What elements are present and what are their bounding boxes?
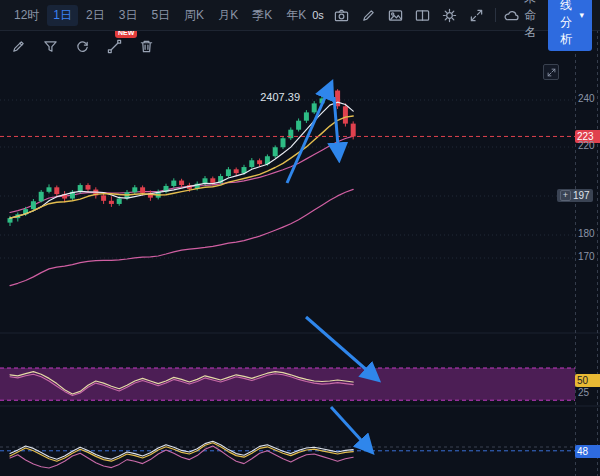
candle	[62, 191, 67, 202]
pencil-icon[interactable]	[360, 6, 378, 24]
candle	[93, 187, 98, 198]
expand-icon[interactable]	[468, 6, 486, 24]
indicator-line	[10, 102, 353, 218]
candle	[304, 110, 309, 123]
candle	[312, 101, 317, 114]
quick-trade-price-tag[interactable]: +197	[557, 189, 593, 202]
timeframe-3日[interactable]: 3日	[113, 5, 144, 26]
cloud-icon	[504, 6, 519, 24]
candle-countdown: 0s	[312, 9, 324, 21]
candle	[226, 167, 231, 178]
axis-label: 25	[578, 387, 600, 398]
camera-icon[interactable]	[333, 6, 351, 24]
price-badge: 50	[575, 374, 600, 387]
plus-icon[interactable]: +	[560, 190, 571, 201]
pen-tool[interactable]	[8, 36, 28, 56]
kline-analysis-button[interactable]: K线分析 ▾	[548, 0, 592, 51]
candle	[296, 118, 301, 131]
trend-tool[interactable]: NEW	[104, 36, 124, 56]
axis-label: 180	[578, 228, 600, 239]
timeframe-周K[interactable]: 周K	[178, 5, 210, 26]
image-icon[interactable]	[387, 6, 405, 24]
timeframe-5日[interactable]: 5日	[145, 5, 176, 26]
toolbar-right: 0s 未命名 K线分析 ▾	[312, 0, 592, 51]
candle	[343, 103, 348, 126]
toolbar-icons	[333, 6, 486, 24]
indicator-line	[10, 116, 353, 218]
candle	[281, 136, 286, 149]
candle	[171, 178, 176, 187]
price-axis[interactable]: 240223220+197180170502548	[575, 0, 600, 476]
candle	[86, 183, 91, 192]
timeframe-月K[interactable]: 月K	[212, 5, 244, 26]
peak-price-label: 2407.39	[260, 91, 300, 103]
candle	[39, 190, 44, 202]
timeframe-2日[interactable]: 2日	[80, 5, 111, 26]
timeframe-list: 12时1日2日3日5日周K月K季K年K	[8, 5, 312, 26]
candle	[47, 184, 52, 193]
refresh-tool[interactable]	[72, 36, 92, 56]
rsi-band	[0, 368, 575, 400]
tag-price: 197	[573, 190, 590, 201]
pane-expand-icon[interactable]	[543, 64, 559, 80]
workspace-selector[interactable]: 未命名	[504, 0, 539, 41]
candle	[273, 145, 278, 158]
toolbar-divider	[495, 8, 496, 22]
candle	[109, 196, 114, 207]
workspace-name: 未命名	[524, 0, 539, 41]
timeframe-年K[interactable]: 年K	[280, 5, 312, 26]
funnel-tool[interactable]	[40, 36, 60, 56]
drawing-toolbar: NEW	[8, 36, 156, 56]
indicator-line	[10, 443, 353, 461]
axis-label: 240	[578, 93, 600, 104]
candle	[234, 168, 239, 177]
timeframe-12时[interactable]: 12时	[8, 5, 45, 26]
candle	[70, 190, 75, 200]
kline-analysis-label: K线分析	[556, 0, 575, 48]
settings-icon[interactable]	[441, 6, 459, 24]
trend-arrow[interactable]	[331, 407, 371, 451]
timeframe-季K[interactable]: 季K	[246, 5, 278, 26]
price-badge: 48	[575, 445, 600, 458]
trash-tool[interactable]	[136, 36, 156, 56]
timeframe-1日[interactable]: 1日	[47, 5, 78, 26]
chart-canvas[interactable]: 2407.39	[0, 0, 600, 476]
top-toolbar: 12时1日2日3日5日周K月K季K年K 0s 未命名 K线分析 ▾	[0, 0, 600, 31]
axis-label: 170	[578, 251, 600, 262]
chevron-down-icon: ▾	[579, 11, 584, 20]
axis-label: 220	[578, 140, 600, 151]
candle	[288, 127, 293, 140]
candle	[249, 158, 254, 169]
candle	[54, 186, 59, 197]
layout-icon[interactable]	[414, 6, 432, 24]
kline-app: 12时1日2日3日5日周K月K季K年K 0s 未命名 K线分析 ▾ NEW 24…	[0, 0, 600, 476]
indicator-line	[10, 189, 353, 285]
